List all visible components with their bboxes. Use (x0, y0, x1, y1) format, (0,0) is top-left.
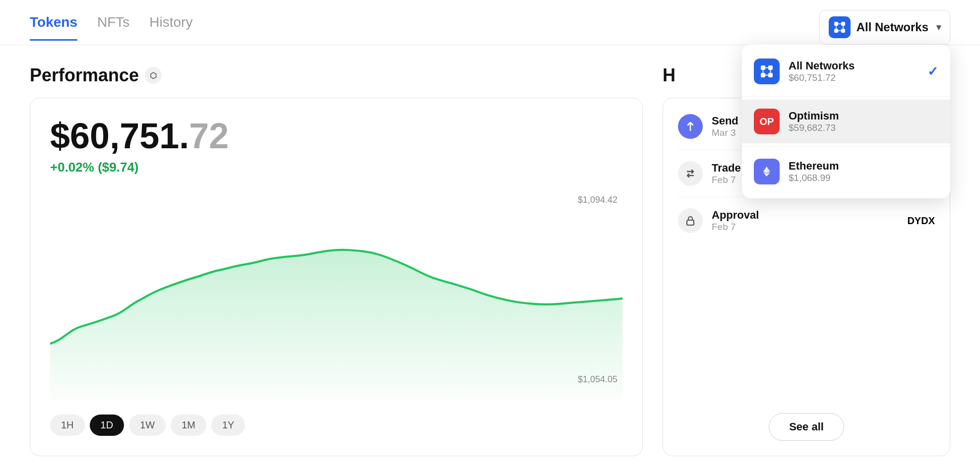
performance-card: $60,751.72 +0.02% ($9.74) $1,094.42 (30, 98, 643, 456)
optimism-label: Optimism (789, 110, 938, 122)
network-selector-label: All Networks (857, 20, 928, 34)
chevron-down-icon: ▾ (936, 22, 941, 33)
send-icon (678, 114, 703, 139)
price-decimal: 72 (189, 116, 229, 156)
chart-label-low: $1,054.05 (578, 374, 617, 385)
time-btn-1y[interactable]: 1Y (211, 415, 245, 436)
all-networks-check: ✓ (927, 64, 938, 79)
chart-container: $1,094.42 $1,054.05 (50, 190, 622, 400)
ethereum-info: Ethereum $1,068.99 (789, 160, 938, 183)
svg-marker-19 (763, 167, 767, 173)
svg-rect-1 (841, 22, 845, 26)
svg-rect-12 (761, 73, 765, 77)
ethereum-icon (754, 159, 780, 184)
dropdown-divider-2 (742, 146, 950, 147)
nav-tabs: Tokens NFTs History (30, 14, 192, 41)
optimism-icon: OP (754, 109, 780, 134)
left-panel: Performance ⬡ $60,751.72 +0.02% ($9.74) … (30, 65, 643, 456)
all-networks-icon (754, 59, 780, 84)
dropdown-item-ethereum[interactable]: Ethereum $1,068.99 (742, 150, 950, 193)
svg-marker-21 (763, 173, 767, 177)
all-networks-value: $60,751.72 (789, 72, 919, 83)
svg-marker-20 (767, 173, 770, 177)
time-btn-1w[interactable]: 1W (129, 415, 166, 436)
svg-rect-0 (834, 22, 838, 26)
price-integer: $60,751. (50, 116, 189, 156)
svg-rect-11 (768, 65, 773, 70)
time-btn-1h[interactable]: 1H (50, 415, 85, 436)
ethereum-label: Ethereum (789, 160, 938, 173)
dropdown-item-optimism[interactable]: OP Optimism $59,682.73 (742, 100, 950, 143)
performance-chart (50, 190, 622, 400)
main-container: Tokens NFTs History All Networks ▾ (0, 0, 980, 476)
network-selector-icon (829, 16, 851, 38)
all-networks-info: All Networks $60,751.72 (789, 60, 919, 83)
performance-title-text: Performance (30, 65, 139, 86)
eth-icon: ⬡ (145, 67, 162, 84)
time-btn-1m[interactable]: 1M (171, 415, 206, 436)
time-btn-1d[interactable]: 1D (90, 415, 124, 436)
svg-rect-2 (834, 29, 838, 33)
trade-icon (678, 161, 703, 186)
history-item-approval[interactable]: Approval Feb 7 DYDX (663, 197, 950, 244)
svg-rect-13 (768, 73, 773, 77)
optimism-value: $59,682.73 (789, 122, 938, 133)
time-periods: 1H 1D 1W 1M 1Y (50, 415, 622, 436)
top-nav: Tokens NFTs History All Networks ▾ (0, 0, 980, 45)
all-networks-label: All Networks (789, 60, 919, 72)
svg-rect-9 (687, 220, 694, 225)
svg-rect-10 (761, 65, 765, 70)
approval-name: Approval (712, 209, 898, 222)
approval-info: Approval Feb 7 (712, 209, 898, 233)
price-display: $60,751.72 (50, 118, 622, 154)
ethereum-value: $1,068.99 (789, 173, 938, 183)
approval-date: Feb 7 (712, 222, 898, 233)
network-selector-button[interactable]: All Networks ▾ (819, 10, 950, 45)
tab-history[interactable]: History (149, 14, 192, 41)
approval-icon (678, 208, 703, 233)
dropdown-divider-1 (742, 96, 950, 97)
price-change: +0.02% ($9.74) (50, 160, 622, 175)
svg-marker-18 (767, 167, 770, 173)
chart-label-high: $1,094.42 (578, 195, 617, 205)
tab-nfts[interactable]: NFTs (97, 14, 129, 41)
tab-tokens[interactable]: Tokens (30, 14, 77, 41)
performance-section-title: Performance ⬡ (30, 65, 643, 86)
dropdown-item-all-networks[interactable]: All Networks $60,751.72 ✓ (742, 50, 950, 93)
optimism-info: Optimism $59,682.73 (789, 110, 938, 133)
svg-rect-3 (841, 29, 845, 33)
approval-amount: DYDX (907, 215, 935, 227)
see-all-button[interactable]: See all (769, 413, 844, 441)
network-dropdown: All Networks $60,751.72 ✓ OP Optimism $5… (742, 45, 950, 198)
approval-token: DYDX (907, 215, 935, 226)
